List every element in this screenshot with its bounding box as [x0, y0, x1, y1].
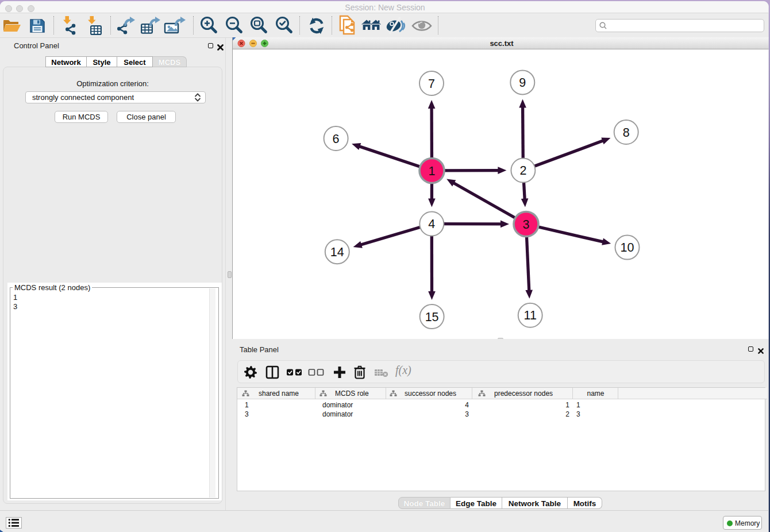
svg-text:4: 4 — [428, 217, 435, 231]
svg-text:8: 8 — [623, 126, 630, 140]
svg-text:2: 2 — [519, 164, 526, 178]
svg-text:3: 3 — [523, 218, 530, 232]
svg-text:14: 14 — [330, 245, 344, 259]
svg-text:7: 7 — [428, 77, 435, 91]
svg-text:15: 15 — [425, 310, 439, 324]
svg-text:9: 9 — [519, 76, 526, 90]
svg-text:11: 11 — [524, 309, 537, 322]
svg-text:6: 6 — [333, 132, 340, 146]
svg-text:1: 1 — [429, 164, 436, 178]
svg-text:10: 10 — [621, 241, 634, 255]
